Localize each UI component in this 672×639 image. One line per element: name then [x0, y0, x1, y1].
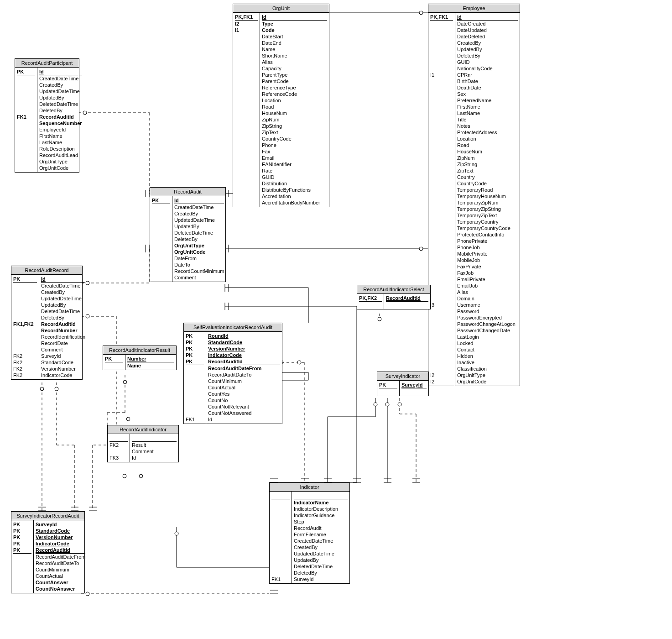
attr-tag — [186, 372, 204, 378]
pk-tag: PK — [186, 358, 204, 365]
pk-name: VersionNumber — [36, 534, 85, 540]
attr-name: Classification — [457, 366, 518, 372]
attr-tag — [430, 199, 453, 206]
attr-tag — [271, 544, 290, 550]
attr-tag: FK2 — [13, 353, 37, 359]
attr-tag — [271, 531, 290, 538]
attr-tag — [235, 97, 258, 104]
attr-tag — [235, 116, 258, 123]
attr-tag — [430, 276, 453, 283]
attr-name: TemporaryCountry — [457, 219, 518, 225]
attr-tag — [430, 295, 453, 302]
attr-name: Road — [262, 104, 327, 110]
attr-name: EANIdentifier — [262, 161, 327, 168]
entity-recordaudit: RecordAudit PK IdCreatedDateTimeCreatedB… — [150, 187, 226, 282]
attr-name: CountYes — [208, 391, 280, 397]
attr-name: ProtectedAddress — [457, 129, 518, 136]
attr-name: OrgUnitCode — [174, 249, 224, 255]
entity-surveyindicatorrecordaudit: SurveyIndicatorRecordAudit PKPKPKPKPK Su… — [11, 511, 85, 593]
attr-name: Domain — [457, 295, 518, 302]
attr-name: ShortName — [262, 52, 327, 59]
attr-name: Sex — [457, 91, 518, 97]
attr-name: Notes — [457, 123, 518, 129]
attr-name: ZipString — [262, 123, 327, 129]
attr-tag: FK1 — [186, 416, 204, 423]
attr-name: RecordAuditId — [39, 114, 82, 120]
pk-tag: PK — [13, 547, 31, 553]
attr-tag — [430, 116, 453, 123]
attr-tag — [430, 187, 453, 193]
pk-name: Number — [127, 356, 174, 362]
attr-tag — [235, 174, 258, 180]
entity-title: OrgUnit — [233, 4, 329, 13]
attr-tag — [186, 403, 204, 410]
attr-name: RecordIdentification — [41, 334, 85, 340]
attr-tag — [152, 274, 170, 281]
attr-tag — [235, 33, 258, 40]
attr-name: IndicatorDescription — [294, 506, 348, 512]
svg-point-44 — [55, 387, 58, 391]
attr-name: FaxPrivate — [457, 263, 518, 270]
attr-name: Capacity — [262, 65, 327, 72]
attr-name: Name — [262, 46, 327, 52]
attr-name: EmailPrivate — [457, 276, 518, 283]
attr-name: TemporaryCountryCode — [457, 225, 518, 231]
attr-tag — [186, 384, 204, 391]
attr-name: ReferenceType — [262, 84, 327, 91]
attr-tag — [235, 40, 258, 46]
attr-name: Username — [457, 302, 518, 308]
attr-tag — [271, 506, 290, 512]
pk-name: Id — [41, 276, 85, 282]
pk-tag: PK — [13, 528, 31, 534]
entity-title: RecordAuditParticipant — [15, 59, 79, 68]
attr-tag — [13, 308, 37, 314]
entity-recordauditparticipant: RecordAuditParticipant PK FK1 IdCreatedD… — [15, 58, 79, 173]
attr-name: CountNoAnswer — [36, 586, 85, 592]
pk-tag: PK — [13, 521, 31, 528]
entity-recordauditrecord: RecordAuditRecord PK FK1,FK2 FK2FK2FK2FK… — [11, 266, 83, 380]
attr-name: IndicatorGuidance — [294, 512, 348, 519]
svg-point-49 — [378, 317, 381, 321]
attr-tag — [430, 84, 453, 91]
attr-tag — [152, 236, 170, 242]
attr-name: Hidden — [457, 353, 518, 359]
attr-name: SurveyId — [294, 576, 348, 582]
svg-point-58 — [419, 11, 423, 15]
attr-name: Title — [457, 116, 518, 123]
pk-tag: PK — [13, 540, 31, 547]
attr-name: PasswordChangeAtLogon — [457, 321, 518, 327]
attr-tag — [430, 33, 453, 40]
attr-tag — [430, 110, 453, 116]
pk-name: Id — [39, 68, 82, 75]
pk-tag: PK — [13, 534, 31, 540]
attr-name: TemporaryZipText — [457, 212, 518, 219]
svg-point-54 — [123, 474, 126, 478]
attr-name: UpdatedDateTime — [294, 550, 348, 557]
attr-name: Name — [127, 362, 174, 369]
attr-tag — [430, 161, 453, 168]
attr-tag — [13, 346, 37, 353]
attr-tag — [430, 225, 453, 231]
attr-tag — [235, 46, 258, 52]
attr-tag — [235, 104, 258, 110]
pk-name: RecordAuditId — [36, 547, 85, 553]
pk-tag: PK — [186, 339, 204, 346]
attr-tag — [430, 136, 453, 142]
attr-tag — [271, 512, 290, 519]
pk-tag: PK — [186, 333, 204, 339]
attr-tag — [13, 302, 37, 308]
attr-tag — [17, 94, 35, 101]
attr-tag — [235, 187, 258, 193]
attr-name: Id — [208, 416, 280, 423]
svg-point-45 — [123, 380, 127, 384]
pk-tag: PK — [379, 382, 397, 388]
attr-name: DeathDate — [457, 84, 518, 91]
pk-tag: PK — [17, 68, 35, 75]
pk-tag: PK,FK2 — [359, 295, 382, 301]
attr-tag — [430, 321, 453, 327]
attr-name: Country — [457, 174, 518, 180]
attr-tag — [271, 563, 290, 570]
attr-tag — [152, 217, 170, 223]
pk-name: IndicatorCode — [208, 352, 280, 358]
pk-name: VersionNumber — [208, 346, 280, 352]
